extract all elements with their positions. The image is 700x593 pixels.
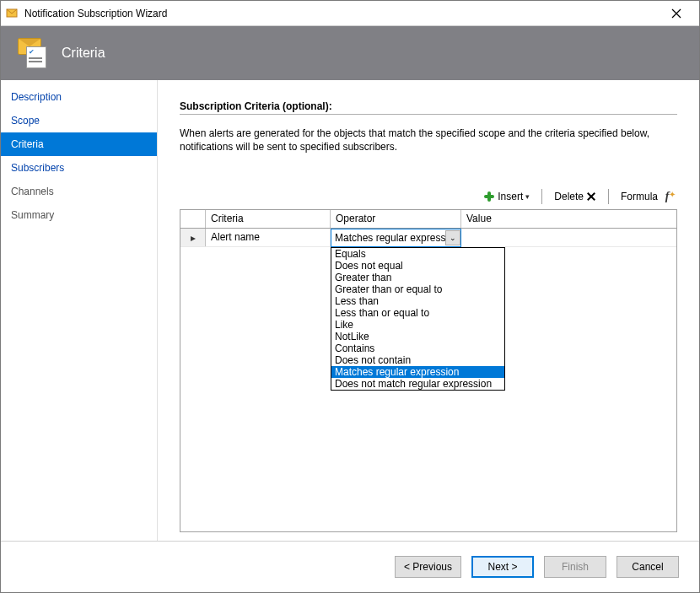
criteria-grid: Criteria Operator Value ▸ Alert name Mat… [180, 209, 677, 532]
row-indicator-icon: ▸ [180, 229, 206, 246]
footer: < Previous Next > Finish Cancel [1, 542, 699, 592]
window-title: Notification Subscription Wizard [24, 8, 659, 19]
banner-icon [18, 38, 51, 68]
column-header-value[interactable]: Value [461, 210, 676, 228]
sidebar-item-criteria[interactable]: Criteria [1, 132, 157, 156]
sidebar-item-scope[interactable]: Scope [1, 109, 157, 132]
formula-fx-icon: f✦ [660, 191, 674, 202]
finish-button: Finish [544, 556, 606, 578]
window-icon [6, 7, 19, 20]
dropdown-option[interactable]: Does not match regular expression [331, 378, 504, 390]
insert-button[interactable]: Insert ▾ [480, 189, 533, 204]
toolbar-separator [608, 189, 609, 204]
delete-x-icon [586, 191, 596, 202]
dropdown-option[interactable]: Matches regular expression [331, 366, 504, 378]
dropdown-option[interactable]: Greater than [331, 272, 504, 283]
delete-label: Delete [554, 191, 584, 202]
operator-selected-text: Matches regular expression [335, 232, 445, 244]
chevron-down-icon: ▾ [525, 192, 530, 201]
row-header-spacer [180, 210, 206, 228]
operator-dropdown-button[interactable]: ⌄ [445, 230, 460, 245]
banner-title: Criteria [62, 46, 105, 61]
operator-dropdown[interactable]: EqualsDoes not equalGreater thanGreater … [331, 247, 505, 391]
previous-button[interactable]: < Previous [395, 556, 461, 578]
dropdown-option[interactable]: Less than [331, 295, 504, 307]
formula-button[interactable]: Formula f✦ [617, 189, 677, 204]
value-cell[interactable] [461, 229, 676, 246]
dropdown-option[interactable]: Greater than or equal to [331, 283, 504, 295]
dropdown-option[interactable]: Less than or equal to [331, 307, 504, 319]
sidebar-item-description[interactable]: Description [1, 85, 157, 109]
sidebar-item-subscribers[interactable]: Subscribers [1, 156, 157, 180]
dropdown-option[interactable]: NotLike [331, 331, 504, 342]
grid-header: Criteria Operator Value [180, 210, 676, 229]
dropdown-option[interactable]: Contains [331, 342, 504, 354]
close-icon [671, 8, 681, 19]
delete-button[interactable]: Delete [551, 189, 600, 204]
toolbar-separator [541, 189, 542, 204]
column-header-criteria[interactable]: Criteria [206, 210, 331, 228]
insert-label: Insert [498, 191, 523, 202]
titlebar: Notification Subscription Wizard [1, 1, 699, 26]
table-row[interactable]: ▸ Alert name Matches regular expression … [180, 229, 676, 247]
sidebar-item-summary: Summary [1, 203, 157, 227]
formula-label: Formula [621, 191, 658, 202]
next-button[interactable]: Next > [471, 556, 534, 578]
banner: Criteria [1, 26, 699, 80]
chevron-down-icon: ⌄ [450, 234, 456, 242]
dropdown-option[interactable]: Equals [331, 248, 504, 260]
close-button[interactable] [659, 2, 694, 25]
description-text: When alerts are generated for the object… [180, 127, 652, 154]
operator-cell[interactable]: Matches regular expression ⌄ [331, 229, 461, 247]
sidebar: DescriptionScopeCriteriaSubscribersChann… [1, 80, 158, 541]
main-panel: Subscription Criteria (optional): When a… [158, 80, 699, 541]
dropdown-option[interactable]: Does not equal [331, 260, 504, 272]
dropdown-option[interactable]: Does not contain [331, 354, 504, 366]
criteria-cell[interactable]: Alert name [206, 229, 331, 246]
sidebar-item-channels: Channels [1, 180, 157, 203]
body-area: DescriptionScopeCriteriaSubscribersChann… [1, 80, 699, 542]
section-heading: Subscription Criteria (optional): [180, 100, 677, 115]
column-header-operator[interactable]: Operator [331, 210, 461, 228]
plus-icon [483, 191, 495, 202]
dropdown-option[interactable]: Like [331, 319, 504, 331]
cancel-button[interactable]: Cancel [617, 556, 679, 578]
criteria-toolbar: Insert ▾ Delete Formula f✦ [180, 189, 677, 209]
